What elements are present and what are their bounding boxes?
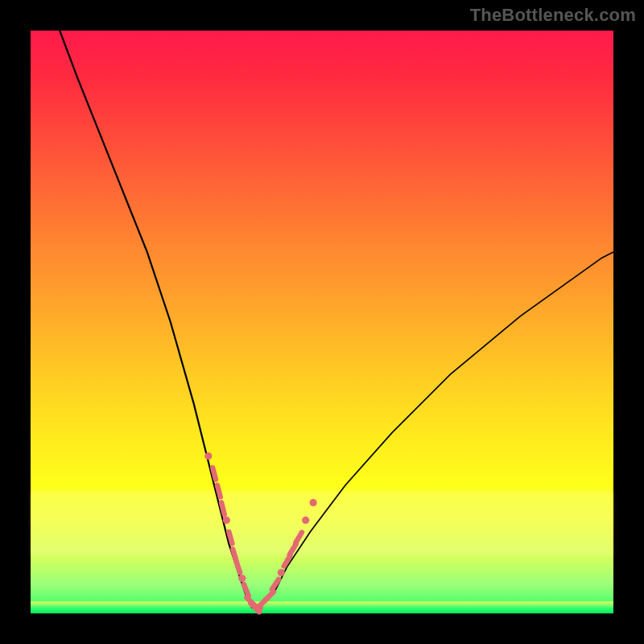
marker-segment [213, 468, 216, 480]
marker-segment [229, 532, 232, 543]
marker-dot [238, 575, 246, 582]
marker-segment [221, 502, 225, 514]
marker-dot [278, 569, 285, 576]
marker-segment [236, 561, 240, 572]
watermark-text: TheBottleneck.com [470, 5, 636, 26]
plot-area [31, 31, 613, 613]
marker-dot [204, 452, 212, 460]
marker-dot [223, 517, 230, 524]
marker-dot [302, 517, 309, 524]
chart-frame: TheBottleneck.com [0, 0, 644, 644]
marker-dot [310, 499, 317, 506]
marker-segment [272, 580, 279, 589]
curve-layer [31, 31, 613, 613]
marker-segment [266, 592, 275, 601]
marker-segment [295, 532, 302, 543]
marker-segment [217, 485, 221, 497]
valley-markers [204, 452, 317, 612]
marker-segment [290, 544, 296, 555]
bottleneck-curve-right [252, 252, 613, 608]
